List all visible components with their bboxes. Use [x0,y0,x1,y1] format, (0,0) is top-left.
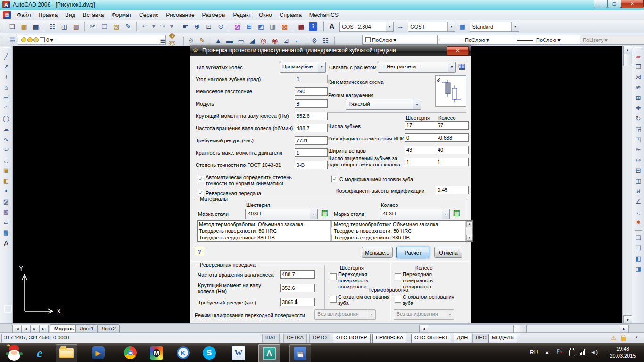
shift-wheel-input[interactable] [436,133,469,142]
hatch-icon[interactable]: ▨ [0,196,12,206]
dim-style-icon[interactable]: ↔ [395,21,405,32]
torque-input[interactable] [295,112,328,120]
menu-file[interactable]: Файл [13,11,35,19]
tool-palettes-icon[interactable]: ⊞ [244,21,255,32]
toggle-grid[interactable]: СЕТКА [283,334,307,343]
gear-type-combo[interactable]: Прямозубые ▼ [280,62,326,73]
teeth-wheel-input[interactable] [436,121,469,130]
break-at-point-icon[interactable]: ⊟ [633,165,644,175]
text-style-icon[interactable]: A [327,21,337,32]
text-style-combo[interactable]: GOST 2.304 ▼ [339,22,394,32]
table-icon[interactable]: ▦ [0,227,12,238]
less-button[interactable]: Меньше... [362,247,393,258]
center-distance-input[interactable] [295,87,328,96]
action-center-flag-icon[interactable]: ⚐✕ [556,348,562,355]
publish-icon[interactable]: ▥ [71,21,81,32]
toolbar-lock-icon[interactable] [621,337,626,341]
layer-states-icon[interactable]: �察 [169,35,179,46]
horizontal-scroll-thumb[interactable] [513,325,527,333]
width-wheel-input[interactable] [436,146,469,154]
toggle-otrack[interactable]: ОТС-ОБЪЕКТ [411,334,451,343]
bring-above-icon[interactable]: ◧ [633,253,644,263]
shaft-speed-input[interactable] [295,124,328,132]
toggle-dyn[interactable]: ДИН [454,334,471,343]
mech-wedge-icon[interactable]: ◢ [247,35,257,46]
table-style-icon[interactable]: ▦ [457,21,467,32]
scale-icon[interactable]: ◲ [633,123,644,134]
mech-plate-icon[interactable]: ▬ [224,35,235,46]
ellipse-arc-icon[interactable]: ◡ [0,155,12,165]
join-icon[interactable]: ⊌ [633,186,644,196]
status-menu-icon[interactable]: ▾ [636,335,638,339]
tab-nav-next-icon[interactable]: ▶ [30,325,40,333]
mech-ruler-icon[interactable]: ⊿ [281,35,291,46]
pan-icon[interactable]: ☛ [180,21,190,32]
ellipse-icon[interactable]: ⬭ [0,144,12,155]
gear-steel-combo[interactable]: 40ХН ▼ [245,209,318,219]
start-button[interactable]: ★ [1,344,27,362]
circle-icon[interactable]: ◯ [0,113,12,123]
toolbar-grip[interactable] [635,229,642,231]
mirror-icon[interactable]: ⋈ [633,72,644,82]
object-color-combo[interactable]: ПоСлою ▼ [362,35,443,45]
tab-nav-last-icon[interactable]: ▶| [39,325,49,333]
taskbar-mechanics-app[interactable]: M [146,344,167,362]
minimize-button[interactable]: — [594,0,608,8]
taskbar-media-player[interactable]: ▶ [88,344,108,362]
dim-style-combo[interactable]: GOST ▼ [408,22,455,32]
scroll-down-icon[interactable]: ▼ [623,315,632,324]
undo-dropdown-icon[interactable]: ▾ [151,21,156,32]
toolbar-grip[interactable] [322,22,324,31]
trim-icon[interactable]: ✁ [633,144,644,155]
app-titlebar[interactable]: A AutoCAD 2006 - [Рисунок1.dwg] — ▢ ✕ [0,0,644,10]
send-to-back-icon[interactable]: ❐ [633,243,644,253]
gear-material-table-button[interactable]: ▦ [321,208,328,218]
make-block-icon[interactable]: ◧ [0,175,12,186]
max-torque-ratio-input[interactable] [295,148,328,157]
zoom-realtime-icon[interactable]: ⊕ [192,21,202,32]
block-editor-icon[interactable]: ▩ [280,21,290,32]
clock[interactable]: 19:48 20.03.2015 [604,346,641,360]
mech-hole-icon[interactable]: ◎ [258,35,269,46]
undo-icon[interactable]: ↶ [140,21,150,32]
modification-checkbox[interactable]: ✓ [331,176,338,182]
rotate-icon[interactable]: ↻ [633,113,644,123]
dialog-close-button[interactable]: ✕ [447,46,469,55]
taskbar-internet-explorer[interactable]: e [29,344,50,362]
toolbar-grip[interactable] [2,22,4,31]
offset-icon[interactable]: ≋ [633,82,644,92]
text-icon[interactable]: A [0,238,12,248]
send-under-icon[interactable]: ◨ [633,263,644,274]
toolbar-grip[interactable] [635,47,642,49]
cut-icon[interactable]: ✂ [88,21,98,32]
scroll-up-icon[interactable]: ▲ [466,221,472,227]
toggle-polar[interactable]: ОТС-ПОЛЯР [333,334,371,343]
menu-mechanics[interactable]: MechaniCS [305,11,342,19]
taskbar-chrome[interactable] [120,344,140,362]
array-icon[interactable]: ⊞ [633,92,644,103]
precision-grade-input[interactable] [295,161,328,169]
taskbar-autocad[interactable]: A [258,344,280,362]
save-file-icon[interactable]: ▦ [31,21,41,32]
toggle-lwt[interactable]: ВЕС [472,334,490,343]
polygon-icon[interactable]: ⌂ [0,82,12,92]
taskbar-kompas[interactable]: K [173,344,193,362]
menu-view[interactable]: Вид [61,11,79,19]
communication-center-icon[interactable]: ⚠ [611,334,617,341]
mech-cone-icon[interactable]: ▲ [213,35,223,46]
construction-line-icon[interactable]: ↗ [0,61,12,72]
scroll-right-icon[interactable]: ▶ [620,325,629,333]
paste-icon[interactable]: ▧ [111,21,122,32]
zoom-window-icon[interactable]: ⊡ [204,21,214,32]
help-icon[interactable]: ? [309,22,317,31]
tray-expand-icon[interactable]: ▲ [545,350,549,354]
maximize-button[interactable]: ▢ [607,0,621,8]
menu-format[interactable]: Формат [107,11,135,19]
toolbar-grip[interactable] [2,35,4,45]
menu-modify[interactable]: Редакт [229,11,255,19]
calculate-button[interactable]: Расчет [396,247,429,258]
shift-gear-input[interactable] [405,133,437,142]
auto-precision-checkbox[interactable]: ✓ [198,176,204,182]
redo-icon[interactable]: ↷ [157,21,168,32]
dialog-titlebar[interactable]: ⚙ Проверка прочности одноступенчатой цил… [190,45,471,56]
